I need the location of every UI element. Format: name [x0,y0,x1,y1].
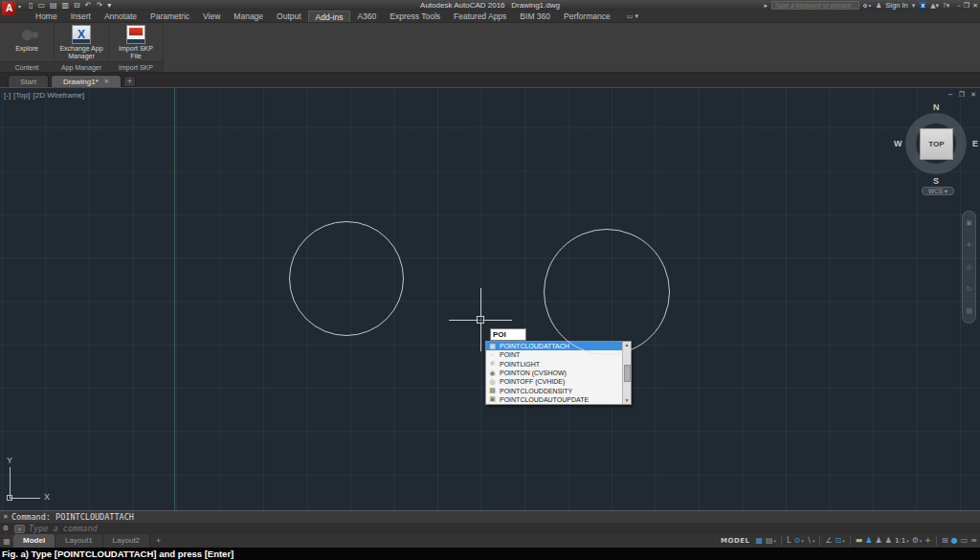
viewcube-north-label[interactable]: N [933,102,940,112]
new-drawing-tab-button[interactable]: + [123,76,136,87]
isometric-drafting-icon[interactable]: ∖▾ [807,535,815,547]
ribbon-display-toggle-icon[interactable]: ▭ ▾ [627,11,638,22]
viewcube-east-label[interactable]: E [972,139,978,148]
viewport-visual-style-control[interactable]: [2D Wireframe] [33,91,84,100]
scroll-down-icon[interactable]: ▼ [625,397,630,404]
model-space-label[interactable]: MODEL [721,537,749,545]
dynamic-command-input[interactable] [490,328,526,341]
sign-in-button[interactable]: Sign In [885,1,907,10]
drawing-restore-icon[interactable]: ❐ [959,91,965,99]
search-go-icon[interactable]: ▸ [765,2,768,10]
snap-icon[interactable]: ▤▾ [766,535,776,547]
autocomplete-item-pointcloudautoupdate[interactable]: ▣POINTCLOUDAUTOUPDATE [486,395,622,404]
ribbon-tab-a360[interactable]: A360 [350,11,383,22]
ribbon-tab-performance[interactable]: Performance [557,11,617,22]
wcs-dropdown[interactable]: WCS ▾ [922,187,954,195]
autodesk-exchange-icon[interactable]: X [919,2,926,10]
file-tab-drawing1-[interactable]: Drawing1*✕ [51,75,122,87]
ribbon-tab-home[interactable]: Home [29,11,64,22]
drawing-minimize-icon[interactable]: − [947,91,953,99]
ribbon-tab-add-ins[interactable]: Add-ins [308,11,351,22]
autocomplete-item-pointon-cvshow-[interactable]: ◉POINTON (CVSHOW) [486,369,622,377]
application-menu-logo[interactable]: A [2,1,16,15]
new-layout-button[interactable]: + [150,536,167,546]
orbit-icon[interactable]: ↻ [967,285,972,293]
viewport-menu-control[interactable]: [-] [4,91,11,100]
ribbon-button-label: Import SKP File [113,45,159,60]
snap-icon-dropdown[interactable]: ▾ [774,535,777,547]
point-off-icon: ◎ [488,378,497,386]
workspace-gear-icon[interactable]: ⚙▾ [912,535,923,547]
object-snap-tracking-icon[interactable]: ∠ [825,535,832,547]
ribbon-tab-bim-360[interactable]: BIM 360 [513,11,557,22]
autocomplete-item-pointclouddensity[interactable]: ▩POINTCLOUDDENSITY [486,386,622,394]
help-search-input[interactable] [771,1,859,10]
zoom-icon[interactable]: ◎ [966,263,971,271]
ribbon-button-exchange-app-manager[interactable]: XExchange App Manager [55,23,108,61]
pan-icon[interactable]: ✛ [967,241,972,249]
clean-screen-icon[interactable]: ▭ [961,535,969,547]
lineweight-icon[interactable]: ▬ [856,535,863,547]
ribbon-tab-express-tools[interactable]: Express Tools [383,11,447,22]
object-snap-icon[interactable]: ⊡▾ [835,535,845,547]
window-minimize-icon[interactable]: – [957,2,961,10]
drawn-circle-1[interactable] [289,221,404,336]
annotation-visibility-icon[interactable]: ♟ [865,535,872,547]
command-customize-icon[interactable]: ⚙ [0,525,11,532]
layout-tab-layout1[interactable]: Layout1 [56,534,102,548]
viewport-view-control[interactable]: [Top] [13,91,30,100]
ribbon-button-explore[interactable]: Explore [0,23,54,61]
drawing-close-icon[interactable]: ✕ [970,91,976,99]
isometric-drafting-icon-dropdown[interactable]: ▾ [813,535,815,547]
annotation-autoscale-icon[interactable]: ♟ [876,535,882,547]
layout-tab-model[interactable]: Model [13,534,56,548]
polar-tracking-icon[interactable]: ⊙▾ [794,535,804,547]
help-icon[interactable]: ?▾ [943,2,949,10]
ribbon-tab-annotate[interactable]: Annotate [98,11,144,22]
isolate-objects-icon[interactable]: ⊞ [942,535,948,547]
polar-tracking-icon-dropdown[interactable]: ▾ [801,535,804,547]
ribbon-tab-parametric[interactable]: Parametric [144,11,196,22]
import-skp-icon [126,25,145,44]
drawing-canvas[interactable]: [-] [Top] [2D Wireframe] − ❐ ✕ TOP N S E… [0,87,980,510]
ribbon-button-import-skp-file[interactable]: Import SKP File [109,23,163,61]
file-tab-start[interactable]: Start [8,75,49,87]
viewcube[interactable]: TOP N S E W [894,103,978,188]
object-snap-icon-dropdown[interactable]: ▾ [842,535,845,547]
graphics-performance-icon[interactable]: ● [951,535,958,547]
annotation-scale-value-dropdown[interactable]: ▾ [906,535,909,547]
command-input[interactable] [29,524,412,533]
layout-tab-layout2[interactable]: Layout2 [103,534,150,548]
command-window-close-icon[interactable]: ✕ [0,513,11,521]
grid-icon[interactable]: ▦ [755,535,763,547]
layout-quickview-icon[interactable]: ▦ [0,537,13,546]
showmotion-icon[interactable]: ▤ [966,307,972,315]
command-prompt-icon[interactable]: > [14,525,25,533]
annotation-monitor-icon[interactable]: + [924,535,931,547]
customize-icon[interactable]: ≡ [970,535,977,547]
scrollbar-thumb[interactable] [624,365,631,382]
full-navigation-wheel-icon[interactable]: ▣ [966,219,972,227]
annotation-scale-value[interactable]: 1:1▾ [895,535,909,547]
exchange-search-icon[interactable] [863,4,867,8]
workspace-gear-icon-dropdown[interactable]: ▾ [920,535,923,547]
viewcube-top-face[interactable]: TOP [920,128,953,160]
navigation-bar[interactable]: ▣ ✛ ◎ ↻ ▤ [962,211,976,324]
ribbon-tab-insert[interactable]: Insert [64,11,98,22]
autocomplete-item-pointlight[interactable]: ☼POINTLIGHT [486,360,622,369]
ribbon-tab-output[interactable]: Output [270,11,308,22]
annotation-scale-icon[interactable]: ♟ [885,535,892,547]
sign-in-caret-icon[interactable]: ▾ [912,2,916,10]
a360-icon[interactable]: ▲▾ [930,2,939,10]
ribbon-tab-view[interactable]: View [196,11,227,22]
drawn-circle-2[interactable] [544,229,670,355]
window-restore-icon[interactable]: ❐ [964,2,969,10]
window-close-icon[interactable]: ✕ [972,2,978,10]
file-tab-close-icon[interactable]: ✕ [104,76,109,88]
autocomplete-item-pointoff-cvhide-[interactable]: ◎POINTOFF (CVHIDE) [486,377,622,386]
viewcube-south-label[interactable]: S [933,176,939,186]
ribbon-tab-featured-apps[interactable]: Featured Apps [447,11,513,22]
viewcube-west-label[interactable]: W [894,139,902,148]
ortho-icon[interactable]: L [787,535,791,547]
ribbon-tab-manage[interactable]: Manage [227,11,270,22]
